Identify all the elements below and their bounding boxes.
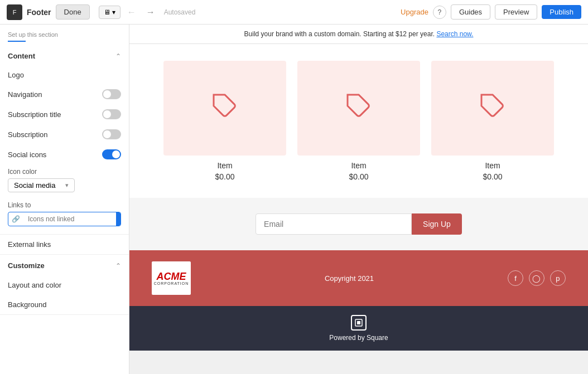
square-logo-icon <box>351 315 367 331</box>
subscription-title-label: Subscription title <box>8 110 61 119</box>
background-item[interactable]: Background <box>0 295 129 314</box>
sidebar: Set up this section Content ⌃ Logo Navig… <box>0 25 129 374</box>
links-to-section: Links to 🔗 Connect <box>0 198 129 234</box>
product-tag-icon-3 <box>479 93 506 124</box>
done-button[interactable]: Done <box>56 4 90 20</box>
product-image-3 <box>431 61 554 156</box>
powered-by-text: Powered by Square <box>329 334 388 342</box>
product-price-2: $0.00 <box>349 172 368 181</box>
footer-logo: ACME CORPORATION <box>152 261 191 295</box>
publish-button[interactable]: Publish <box>542 5 581 19</box>
links-input[interactable] <box>23 212 116 226</box>
redo-button[interactable]: → <box>143 6 158 18</box>
sidebar-header: Set up this section <box>0 25 129 45</box>
content-section-title: Content <box>8 52 35 60</box>
customize-chevron-icon: ⌃ <box>115 262 121 270</box>
content-section-header[interactable]: Content ⌃ <box>0 45 129 66</box>
subscription-toggle[interactable] <box>102 129 121 139</box>
external-links-label: External links <box>8 240 51 249</box>
product-name-3: Item <box>485 161 500 170</box>
social-icons-item: Social icons <box>0 144 129 164</box>
domain-banner: Build your brand with a custom domain. S… <box>129 25 588 44</box>
product-price-3: $0.00 <box>483 172 502 181</box>
navigation-toggle[interactable] <box>102 89 121 99</box>
navigation-label: Navigation <box>8 90 42 99</box>
topbar-mid: 🖥 ▾ ← → Autosaved <box>99 6 196 19</box>
social-icons-label: Social icons <box>8 150 46 159</box>
logo-item: Logo <box>0 66 129 84</box>
device-arrow: ▾ <box>112 8 115 16</box>
icon-color-dropdown[interactable]: Social media ▾ <box>8 178 75 192</box>
product-card-2: Item $0.00 <box>297 61 420 181</box>
topbar-left: F Footer Done <box>7 4 90 20</box>
icon-color-label: Icon color <box>8 168 121 176</box>
brand-name: Square <box>367 334 388 342</box>
layout-color-label: Layout and color <box>8 281 61 289</box>
guides-button[interactable]: Guides <box>451 4 490 20</box>
layout-color-item[interactable]: Layout and color <box>0 275 129 295</box>
links-input-row: 🔗 Connect <box>8 212 121 226</box>
footer-app-icon: F <box>7 4 22 20</box>
email-form: Sign Up <box>256 213 462 235</box>
product-grid: Item $0.00 Item $0.00 <box>152 61 566 181</box>
product-section: Item $0.00 Item $0.00 <box>129 44 588 198</box>
help-button[interactable]: ? <box>433 6 446 19</box>
content-chevron-icon: ⌃ <box>115 52 121 60</box>
product-card-1: Item $0.00 <box>163 61 286 181</box>
customize-section-title: Customize <box>8 261 45 270</box>
product-tag-icon-1 <box>211 93 238 124</box>
footer-copyright: Copyright 2021 <box>325 274 374 283</box>
device-icon: 🖥 <box>104 8 110 16</box>
topbar: F Footer Done 🖥 ▾ ← → Autosaved Upgrade … <box>0 0 588 25</box>
subscription-title-toggle[interactable] <box>102 109 121 119</box>
footer-section: ACME CORPORATION Copyright 2021 f ◯ p <box>129 250 588 306</box>
signup-button[interactable]: Sign Up <box>412 213 462 235</box>
canvas: Build your brand with a custom domain. S… <box>129 25 588 374</box>
product-name-1: Item <box>217 161 232 170</box>
product-tag-icon-2 <box>345 93 372 124</box>
banner-link[interactable]: Search now. <box>436 30 473 38</box>
main-layout: Set up this section Content ⌃ Logo Navig… <box>0 25 588 374</box>
product-image-2 <box>297 61 420 156</box>
page-title: Footer <box>27 8 51 17</box>
icon-color-value: Social media <box>14 181 55 190</box>
footer-icon-label: F <box>13 9 17 16</box>
powered-by-label: Powered by <box>329 334 364 342</box>
upgrade-link[interactable]: Upgrade <box>401 8 428 16</box>
email-section: Sign Up <box>129 198 588 250</box>
footer-logo-sub: CORPORATION <box>154 281 189 285</box>
autosaved-label: Autosaved <box>164 8 196 16</box>
svg-rect-4 <box>357 321 360 324</box>
email-input[interactable] <box>256 213 412 235</box>
subscription-title-item: Subscription title <box>0 104 129 124</box>
bottom-bar: Powered by Square <box>129 306 588 351</box>
subscription-item: Subscription <box>0 124 129 144</box>
product-price-1: $0.00 <box>215 172 234 181</box>
topbar-right: Upgrade ? Guides Preview Publish <box>401 4 581 20</box>
link-icon: 🔗 <box>8 212 23 226</box>
undo-button[interactable]: ← <box>124 6 139 18</box>
social-facebook-icon[interactable]: f <box>508 270 523 286</box>
logo-label: Logo <box>8 71 24 79</box>
section-setup-label: Set up this section <box>8 31 58 38</box>
navigation-item: Navigation <box>0 84 129 104</box>
dropdown-arrow-icon: ▾ <box>65 182 69 189</box>
subscription-label: Subscription <box>8 130 48 139</box>
connect-button[interactable]: Connect <box>116 212 121 226</box>
banner-text: Build your brand with a custom domain. S… <box>244 30 435 38</box>
background-label: Background <box>8 300 46 309</box>
icon-color-section: Icon color Social media ▾ <box>0 164 129 198</box>
footer-socials: f ◯ p <box>508 270 566 286</box>
external-links-section: External links <box>0 235 129 255</box>
device-selector[interactable]: 🖥 ▾ <box>99 6 121 19</box>
product-image-1 <box>163 61 286 156</box>
customize-section: Customize ⌃ Layout and color Background <box>0 255 129 315</box>
product-card-3: Item $0.00 <box>431 61 554 181</box>
content-section: Content ⌃ Logo Navigation Subscription t… <box>0 45 129 235</box>
preview-button[interactable]: Preview <box>495 4 537 20</box>
social-pinterest-icon[interactable]: p <box>550 270 566 286</box>
social-instagram-icon[interactable]: ◯ <box>529 270 544 286</box>
customize-section-header[interactable]: Customize ⌃ <box>0 255 129 275</box>
external-links-item[interactable]: External links <box>0 235 129 254</box>
social-icons-toggle[interactable] <box>102 149 121 159</box>
